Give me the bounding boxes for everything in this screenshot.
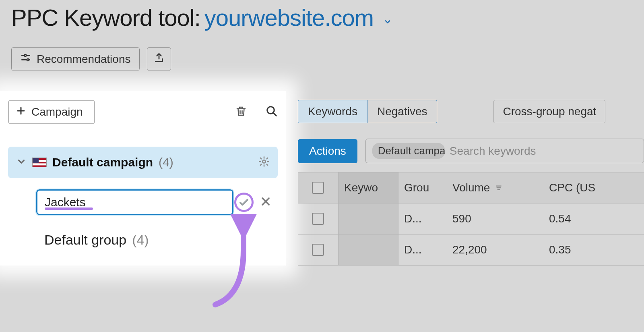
- content-pane: Keywords Negatives Cross-group negat Act…: [286, 91, 644, 266]
- page-title: PPC Keyword tool:: [11, 4, 200, 31]
- table-row: D... 590 0.54: [298, 203, 644, 234]
- main: Campaign Default campaign (4) J: [0, 91, 644, 266]
- domain-name: yourwebsite.com: [204, 4, 374, 31]
- highlight-annotation: [45, 208, 93, 210]
- chevron-down-icon: [16, 156, 27, 168]
- svg-point-0: [24, 54, 26, 56]
- col-volume-label: Volume: [452, 181, 490, 194]
- trash-icon[interactable]: [235, 105, 247, 119]
- new-group-row: Jackets: [36, 189, 278, 215]
- recommendations-label: Recommendations: [37, 53, 130, 66]
- tab-negatives[interactable]: Negatives: [367, 100, 437, 123]
- page-title-row: PPC Keyword tool: yourwebsite.com: [11, 4, 633, 31]
- new-group-value: Jackets: [45, 195, 86, 209]
- sliders-icon: [21, 52, 31, 66]
- add-campaign-button[interactable]: Campaign: [8, 100, 95, 124]
- cell-keyword: [338, 234, 398, 265]
- export-button[interactable]: [147, 47, 171, 71]
- search-placeholder: Search keywords: [450, 145, 637, 158]
- export-icon: [154, 52, 164, 66]
- cell-group: D...: [398, 234, 447, 265]
- row-select[interactable]: [298, 203, 338, 234]
- select-all-cell[interactable]: [298, 172, 338, 203]
- tab-keywords[interactable]: Keywords: [298, 100, 367, 123]
- svg-point-3: [262, 160, 265, 163]
- checkbox[interactable]: [312, 213, 324, 225]
- keyword-search[interactable]: Default campa Search keywords: [365, 139, 644, 163]
- keywords-table: Keywo Grou Volume CPC (US D... 590 0.54: [298, 172, 644, 266]
- cell-group: D...: [398, 203, 447, 234]
- col-cpc[interactable]: CPC (US: [543, 172, 644, 203]
- check-icon: [238, 196, 250, 208]
- row-select[interactable]: [298, 234, 338, 265]
- cross-group-negatives-button[interactable]: Cross-group negat: [493, 100, 605, 123]
- checkbox[interactable]: [312, 182, 324, 194]
- campaign-item[interactable]: Default campaign (4): [8, 147, 278, 178]
- campaign-name: Default campaign: [52, 156, 153, 169]
- group-name: Default group: [44, 232, 126, 248]
- svg-point-1: [27, 59, 29, 61]
- filter-chip[interactable]: Default campa: [372, 143, 445, 159]
- col-volume[interactable]: Volume: [447, 172, 543, 203]
- cell-volume: 22,200: [447, 234, 543, 265]
- checkbox[interactable]: [312, 244, 324, 256]
- confirm-group-button[interactable]: [234, 193, 254, 212]
- add-campaign-label: Campaign: [31, 106, 83, 118]
- toolbar: Recommendations: [11, 47, 633, 71]
- domain-selector[interactable]: yourwebsite.com: [204, 4, 393, 31]
- close-icon: [260, 196, 271, 207]
- group-count: (4): [132, 232, 149, 248]
- chevron-down-icon: [382, 4, 393, 31]
- recommendations-button[interactable]: Recommendations: [11, 47, 140, 71]
- gear-icon[interactable]: [258, 156, 270, 169]
- sort-icon: [495, 181, 503, 194]
- us-flag-icon: [32, 158, 47, 167]
- arrow-annotation: [205, 214, 278, 311]
- group-item[interactable]: Default group (4): [44, 232, 278, 248]
- sidebar-toolbar: Campaign: [8, 100, 278, 124]
- sidebar: Campaign Default campaign (4) J: [0, 91, 286, 266]
- col-keyword[interactable]: Keywo: [338, 172, 398, 203]
- search-icon[interactable]: [266, 105, 278, 119]
- new-group-input[interactable]: Jackets: [36, 189, 233, 215]
- table-row: D... 22,200 0.35: [298, 234, 644, 266]
- cell-volume: 590: [447, 203, 543, 234]
- header: PPC Keyword tool: yourwebsite.com Recomm…: [0, 0, 644, 71]
- cell-keyword: [338, 203, 398, 234]
- actions-row: Actions Default campa Search keywords: [298, 139, 644, 163]
- table-header: Keywo Grou Volume CPC (US: [298, 172, 644, 203]
- plus-icon: [16, 106, 26, 118]
- tabs-row: Keywords Negatives Cross-group negat: [298, 100, 644, 123]
- cell-cpc: 0.54: [543, 203, 644, 234]
- actions-button[interactable]: Actions: [298, 139, 357, 163]
- tab-group: Keywords Negatives: [298, 100, 437, 123]
- col-group[interactable]: Grou: [398, 172, 447, 203]
- cancel-group-button[interactable]: [260, 196, 271, 209]
- cell-cpc: 0.35: [543, 234, 644, 265]
- campaign-count: (4): [159, 156, 173, 169]
